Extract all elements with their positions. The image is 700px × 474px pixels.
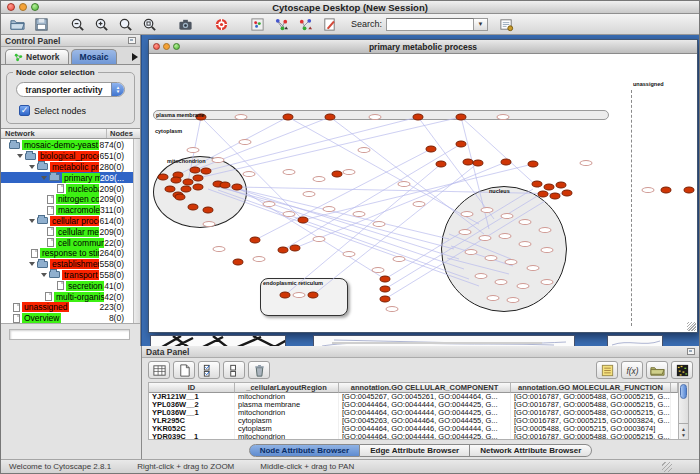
network-node-label[interactable] — [497, 114, 510, 120]
table-cell[interactable]: YLR295C — [149, 417, 235, 425]
tree-item-establishment-of-lo[interactable]: establishment of lo558(0) — [1, 259, 133, 270]
table-cell[interactable]: [GO:0044464, GO:0044444, GO:0044425, G..… — [339, 409, 511, 417]
disclosure-triangle-icon[interactable] — [41, 176, 47, 180]
network-node-label[interactable] — [303, 191, 316, 197]
network-node-label[interactable] — [459, 229, 472, 235]
network-node-label[interactable] — [323, 206, 336, 212]
network-node[interactable] — [193, 175, 204, 182]
network-node[interactable] — [175, 194, 186, 201]
network-node-label[interactable] — [369, 114, 382, 120]
network-node[interactable] — [280, 292, 291, 299]
table-row[interactable]: YLR295Ccytoplasm[GO:0045263, GO:0044464,… — [149, 417, 678, 425]
table-cell[interactable]: [GO:0016787, GO:0005488, GO:0005215, G..… — [511, 433, 671, 440]
background-window-sliver[interactable] — [313, 335, 575, 346]
tree-item-cell-communicat[interactable]: cell communicat22(0) — [1, 237, 133, 248]
network-node[interactable] — [325, 114, 336, 121]
column-header-cellular-component[interactable]: annotation.GO CELLULAR_COMPONENT — [339, 383, 511, 393]
unselect-attributes-icon[interactable] — [223, 361, 245, 379]
new-attribute-icon[interactable] — [173, 361, 195, 379]
table-row[interactable]: YJR121W__1mitochondrion[GO:0045267, GO:0… — [149, 393, 678, 401]
select-nodes-checkbox[interactable]: ✓ — [19, 105, 30, 116]
tree-item-secretion[interactable]: secretion41(0) — [1, 280, 133, 291]
network-node[interactable] — [181, 186, 192, 193]
table-cell[interactable]: [GO:0005488, GO:0005215, GO:0003674] — [511, 425, 671, 433]
table-cell[interactable]: cytoplasm — [235, 425, 339, 433]
network-node-label[interactable] — [413, 201, 426, 207]
network-node[interactable] — [473, 160, 484, 167]
tree-item-transport[interactable]: transport558(0) — [1, 270, 133, 281]
network-node[interactable] — [308, 292, 319, 299]
table-cell[interactable]: cytoplasm — [235, 417, 339, 425]
network-node[interactable] — [283, 114, 294, 121]
table-cell[interactable]: [GO:0016787, GO:0005488, GO:0005215, G..… — [511, 393, 671, 401]
table-scrollbar[interactable]: ▲▼ — [679, 382, 689, 440]
notes-icon[interactable] — [596, 361, 618, 379]
table-row[interactable]: YPL036W__1mitochondrion[GO:0044464, GO:0… — [149, 409, 678, 417]
network-node-label[interactable] — [481, 207, 494, 213]
network-node[interactable] — [298, 217, 309, 224]
network-node[interactable] — [436, 161, 447, 168]
tree-item-metabolic-process[interactable]: metabolic process280(0) — [1, 162, 133, 173]
network-node-label[interactable] — [372, 267, 385, 273]
tree-item-primary-metabo[interactable]: primary metabo209(... — [1, 172, 133, 183]
network-node[interactable] — [201, 168, 212, 175]
annotation-icon[interactable] — [317, 15, 341, 34]
tree-header-nodes[interactable]: Nodes — [106, 129, 140, 138]
table-row[interactable]: YKR052Ccytoplasm[GO:0044464, GO:0044446,… — [149, 425, 678, 433]
table-cell[interactable]: [GO:0016787, GO:0005215, GO:0003824, G..… — [511, 417, 671, 425]
tree-header-network[interactable]: Network — [1, 129, 106, 138]
tree-item-response-to-stimulu[interactable]: response to stimulu264(0) — [1, 248, 133, 259]
network-node[interactable] — [562, 190, 573, 197]
network-node[interactable] — [413, 114, 424, 121]
column-header-molecular-function[interactable]: annotation.GO MOLECULAR_FUNCTION — [511, 383, 671, 393]
network-node-label[interactable] — [507, 297, 520, 303]
table-cell[interactable]: [GO:0044464, GO:0044444, GO:0044425, G..… — [339, 401, 511, 409]
tree-item-biological-process[interactable]: biological_process651(0) — [1, 151, 133, 162]
network-node-label[interactable] — [580, 160, 593, 166]
open-file-icon[interactable] — [5, 15, 29, 34]
network-node-label[interactable] — [358, 147, 371, 153]
network-node[interactable] — [501, 159, 512, 166]
network-node-label[interactable] — [485, 255, 498, 261]
network-node-label[interactable] — [313, 236, 326, 242]
network-node-label[interactable] — [253, 256, 266, 262]
network-node[interactable] — [250, 237, 261, 244]
window-resize-grip[interactable] — [687, 322, 696, 331]
tree-item-macromolecule[interactable]: macromolecule311(0) — [1, 205, 133, 216]
search-dropdown-arrow[interactable]: ▼ — [474, 18, 488, 31]
zoom-fit-icon[interactable] — [113, 15, 137, 34]
attribute-table-icon[interactable] — [148, 361, 170, 379]
import-attributes-icon[interactable] — [646, 361, 668, 379]
table-scrollbar-thumb[interactable] — [680, 384, 687, 399]
table-cell[interactable]: YPL036W__2 — [149, 401, 235, 409]
network-node-label[interactable] — [505, 259, 518, 265]
network-node[interactable] — [220, 182, 231, 189]
tab-mosaic[interactable]: Mosaic — [71, 49, 118, 64]
background-window-sliver[interactable] — [150, 335, 286, 346]
network-node[interactable] — [380, 286, 391, 293]
network-node[interactable] — [538, 191, 549, 198]
tree-item-unassigned[interactable]: unassigned223(0) — [1, 302, 133, 313]
node-color-dropdown[interactable]: transporter activity ▲▼ — [16, 82, 125, 97]
network-node[interactable] — [528, 161, 539, 168]
network-node-label[interactable] — [499, 233, 512, 239]
network-node[interactable] — [203, 207, 214, 214]
table-cell[interactable]: [GO:0016787, GO:0005488, GO:0005215, G..… — [511, 401, 671, 409]
network-node[interactable] — [232, 184, 243, 191]
network-node-label[interactable] — [212, 157, 225, 163]
network-node-label[interactable] — [263, 201, 276, 207]
search-input[interactable] — [386, 18, 474, 31]
network-node-label[interactable] — [517, 283, 530, 289]
network-node-label[interactable] — [461, 211, 474, 217]
network-node[interactable] — [171, 177, 182, 184]
float-data-panel-icon[interactable] — [687, 348, 695, 355]
network-node-label[interactable] — [539, 227, 552, 233]
table-cell[interactable]: [GO:0044464, GO:0044444, GO:0044425, G..… — [339, 433, 511, 440]
table-cell[interactable]: YKR052C — [149, 425, 235, 433]
network-node[interactable] — [456, 114, 467, 121]
table-cell[interactable]: YDR039C__1 — [149, 433, 235, 440]
network-node-label[interactable] — [373, 221, 386, 227]
network-node-label[interactable] — [203, 221, 216, 227]
network-node-label[interactable] — [343, 251, 356, 257]
delete-attribute-icon[interactable] — [248, 361, 270, 379]
